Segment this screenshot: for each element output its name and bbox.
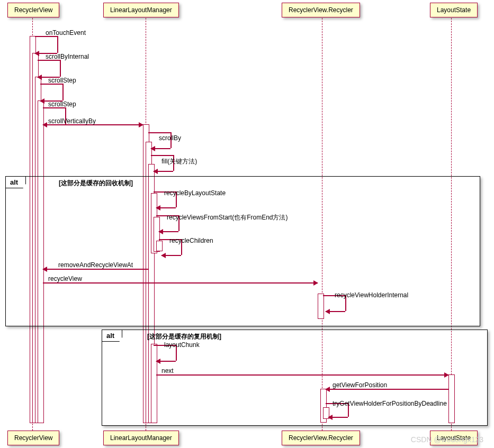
activation-rv-4	[38, 100, 44, 423]
participant-recycler-top: RecyclerView.Recycler	[282, 3, 360, 17]
participant-layoutstate-top: LayoutState	[430, 3, 478, 17]
msg-recyclechildren: recycleChildren	[169, 237, 213, 244]
msg-removeandrecycle: removeAndRecycleViewAt	[58, 261, 133, 269]
activation-llm-7	[151, 344, 157, 423]
watermark: CSDN @wodongx123	[411, 435, 483, 444]
alt-box-1: alt [这部分是缓存的回收机制]	[5, 176, 480, 326]
msg-recyclebylayoutstate: recycleByLayoutState	[164, 189, 226, 197]
arrow-recycleview	[43, 282, 318, 284]
msg-fill: fill(关键方法)	[161, 157, 197, 166]
activation-ls-1	[448, 374, 455, 423]
msg-layoutchunk: layoutChunk	[164, 341, 200, 349]
participant-linearlayoutmanager-top: LinearLayoutManager	[103, 3, 179, 17]
msg-scrollstep2: scrollStep	[48, 100, 76, 108]
alt-cond-2: [这部分是缓存的复用机制]	[147, 332, 221, 341]
msg-recycleviewholderinternal: recycleViewHolderInternal	[335, 291, 408, 299]
participant-recyclerview-top: RecyclerView	[7, 3, 59, 17]
arrow-removeandrecycle	[43, 269, 149, 270]
alt-tag-2: alt	[102, 330, 122, 342]
participant-recycler-bot: RecyclerView.Recycler	[282, 431, 360, 445]
msg-trygetviewholder: tryGetViewHolderForPositionByDeadline	[333, 400, 447, 407]
lifeline-layoutstate	[451, 18, 452, 431]
lifeline-recycler	[322, 18, 322, 431]
activation-rc-1	[318, 294, 324, 319]
participant-recyclerview-bot: RecyclerView	[7, 431, 59, 445]
participant-linearlayoutmanager-bot: LinearLayoutManager	[103, 431, 179, 445]
msg-getviewforposition: getViewForPosition	[333, 381, 387, 389]
msg-recycleview: recycleView	[48, 275, 82, 282]
msg-scrollstep1: scrollStep	[48, 77, 76, 84]
msg-next: next	[161, 367, 174, 374]
alt-tag-1: alt	[6, 177, 26, 188]
activation-llm-6	[156, 241, 163, 251]
alt-cond-1: [这部分是缓存的回收机制]	[59, 179, 133, 188]
alt-box-2: alt [这部分是缓存的复用机制]	[102, 330, 488, 426]
arrow-getviewforposition	[326, 389, 448, 390]
msg-scrollbyinternal: scrollByInternal	[46, 53, 89, 60]
msg-scrollby: scrollBy	[159, 134, 181, 142]
msg-scrollverticallyby: scrollVerticallyBy	[48, 117, 96, 125]
msg-ontouchevent: onTouchEvent	[46, 29, 86, 36]
msg-recycleviewsfromstart: recycleViewsFromStart(也有FromEnd方法)	[167, 213, 288, 222]
arrow-next	[156, 374, 448, 376]
